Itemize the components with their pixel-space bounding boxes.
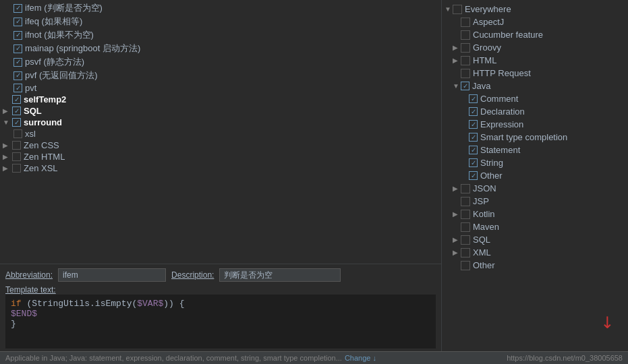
list-item[interactable]: ifem (判断是否为空) — [0, 1, 441, 15]
checkbox-zencss[interactable] — [12, 141, 21, 150]
list-item[interactable]: ▶ Zen XSL — [0, 162, 441, 174]
checkbox-psvf[interactable] — [13, 58, 22, 67]
right-tree-item[interactable]: ▼ ✓ Java — [442, 80, 628, 92]
checkbox-pvf[interactable] — [13, 71, 22, 80]
checkbox-expression[interactable]: ✓ — [469, 120, 478, 129]
checkbox-other-java[interactable]: ✓ — [469, 171, 478, 180]
checkbox-xsl[interactable] — [13, 129, 22, 138]
right-tree-item[interactable]: Other — [442, 259, 628, 272]
right-tree-item[interactable]: ▼ Everywhere — [442, 3, 628, 16]
item-label: ifem (判断是否为空) — [25, 2, 103, 14]
item-label: JSP — [473, 196, 489, 206]
list-item[interactable]: psvf (静态方法) — [0, 55, 441, 69]
item-label: String — [480, 158, 503, 168]
right-tree-item[interactable]: ▶ XML — [442, 246, 628, 259]
checkbox-cucumber[interactable] — [461, 30, 470, 40]
right-tree-item[interactable]: Maven — [442, 220, 628, 233]
checkbox-mainap[interactable] — [13, 44, 22, 53]
list-item[interactable]: ▶ Zen HTML — [0, 151, 441, 162]
checkbox-zenhtml[interactable] — [12, 152, 21, 161]
checkbox-sql-right[interactable] — [461, 235, 470, 245]
item-label: AspectJ — [473, 17, 504, 27]
right-tree-item[interactable]: ▶ SQL — [442, 233, 628, 246]
right-panel[interactable]: ▼ Everywhere AspectJ Cucumber feature ▶ … — [442, 0, 628, 351]
bottom-fields: Abbreviation: Description: Template text… — [0, 264, 441, 351]
item-label: Zen XSL — [24, 163, 58, 173]
item-label: surround — [24, 117, 62, 127]
checkbox-surround[interactable] — [12, 118, 21, 127]
right-tree-item[interactable]: ▶ HTML — [442, 54, 628, 67]
checkbox-httpreq[interactable] — [461, 69, 470, 78]
expand-arrow[interactable]: ▼ — [3, 119, 12, 126]
checkbox-string[interactable]: ✓ — [469, 158, 478, 167]
checkbox-selftemp2[interactable] — [12, 95, 21, 104]
checkbox-pvt[interactable] — [13, 84, 22, 92]
right-tree-item[interactable]: JSP — [442, 195, 628, 208]
template-code[interactable]: if (StringUtils.isEmpty($VAR$)) { $END$ … — [5, 295, 436, 348]
checkbox-ifem[interactable] — [13, 4, 22, 13]
checkbox-statement[interactable]: ✓ — [469, 146, 478, 154]
right-tree-item[interactable]: ✓ Smart type completion — [442, 131, 628, 144]
checkbox-ifnot[interactable] — [13, 31, 22, 40]
right-tree-item[interactable]: ✓ String — [442, 156, 628, 169]
list-item[interactable]: xsl — [0, 128, 441, 140]
item-label: XML — [473, 247, 491, 257]
expand-arrow: ▶ — [453, 236, 461, 243]
description-input[interactable] — [219, 268, 341, 282]
right-tree-item[interactable]: Cucumber feature — [442, 28, 628, 41]
item-label: Zen CSS — [24, 140, 59, 150]
abbreviation-label: Abbreviation: — [5, 270, 53, 280]
code-line-3: } — [11, 319, 430, 329]
item-label: Everywhere — [465, 4, 511, 14]
right-tree-item[interactable]: ▶ Groovy — [442, 41, 628, 54]
list-item[interactable]: ▼ surround — [0, 117, 441, 128]
list-item[interactable]: ▶ SQL — [0, 105, 441, 117]
item-label: Java — [472, 81, 490, 91]
expand-arrow[interactable]: ▶ — [3, 142, 12, 149]
expand-arrow[interactable]: ▶ — [3, 107, 12, 115]
checkbox-smarttype[interactable]: ✓ — [469, 133, 478, 142]
right-tree-item[interactable]: AspectJ — [442, 16, 628, 28]
right-tree-item[interactable]: ✓ Declaration — [442, 105, 628, 118]
checkbox-aspectj[interactable] — [461, 18, 470, 27]
checkbox-everywhere[interactable] — [453, 5, 462, 14]
code-line-1: if (StringUtils.isEmpty($VAR$)) { — [11, 299, 430, 309]
checkbox-java[interactable]: ✓ — [461, 82, 469, 90]
right-tree-item[interactable]: ✓ Statement — [442, 144, 628, 156]
right-tree-item[interactable]: HTTP Request — [442, 67, 628, 80]
checkbox-sql[interactable] — [12, 107, 21, 115]
expand-arrow[interactable]: ▶ — [3, 164, 12, 172]
checkbox-groovy[interactable] — [461, 43, 470, 53]
checkbox-declaration[interactable]: ✓ — [469, 107, 478, 116]
abbreviation-input[interactable] — [58, 268, 166, 282]
list-item[interactable]: pvf (无返回值方法) — [0, 69, 441, 82]
list-item[interactable]: selfTemp2 — [0, 94, 441, 105]
expand-arrow: ▼ — [445, 5, 453, 13]
right-tree-item[interactable]: ▶ JSON — [442, 182, 628, 195]
status-text: Applicable in Java; Java: statement, exp… — [5, 354, 342, 362]
list-item[interactable]: mainap (springboot 启动方法) — [0, 42, 441, 55]
checkbox-kotlin[interactable] — [461, 210, 470, 219]
template-tree[interactable]: ifem (判断是否为空) ifeq (如果相等) ifnot (如果不为空) … — [0, 0, 441, 264]
right-tree-item[interactable]: ▶ Kotlin — [442, 208, 628, 220]
checkbox-xml[interactable] — [461, 248, 470, 257]
checkbox-html[interactable] — [461, 56, 470, 65]
list-item[interactable]: ifeq (如果相等) — [0, 15, 441, 28]
checkbox-comment[interactable]: ✓ — [469, 94, 478, 103]
checkbox-zenxsl[interactable] — [12, 164, 21, 173]
right-tree-item[interactable]: ✓ Expression — [442, 118, 628, 131]
list-item[interactable]: pvt — [0, 82, 441, 94]
right-tree-item[interactable]: ✓ Comment — [442, 92, 628, 105]
template-label-row: Template text: — [5, 284, 436, 295]
list-item[interactable]: ▶ Zen CSS — [0, 140, 441, 151]
checkbox-json[interactable] — [461, 184, 470, 193]
checkbox-jsp[interactable] — [461, 197, 470, 206]
right-tree-item[interactable]: ✓ Other — [442, 169, 628, 182]
checkbox-maven[interactable] — [461, 222, 470, 232]
checkbox-ifeq[interactable] — [13, 18, 22, 26]
expand-arrow[interactable]: ▶ — [3, 153, 12, 160]
expand-arrow: ▶ — [453, 210, 461, 218]
checkbox-other-top[interactable] — [461, 261, 470, 270]
change-link[interactable]: Change ↓ — [345, 354, 376, 362]
list-item[interactable]: ifnot (如果不为空) — [0, 28, 441, 42]
